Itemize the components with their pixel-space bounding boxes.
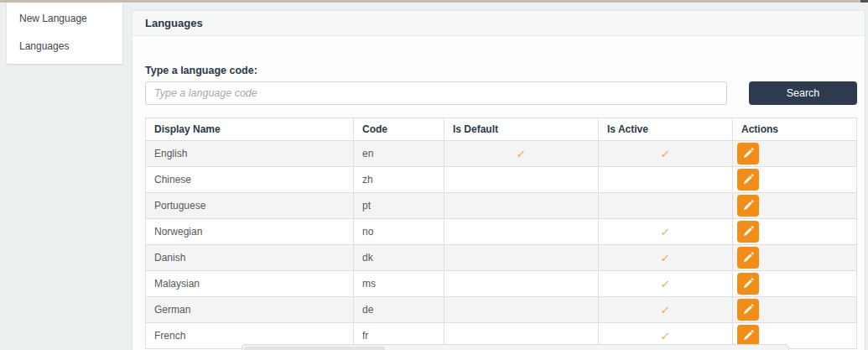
top-strip-end — [860, 0, 868, 3]
column-header-display-name: Display Name — [146, 118, 354, 141]
display-name-cell: Portuguese — [146, 193, 354, 219]
page-title: Languages — [145, 17, 203, 29]
pencil-icon — [742, 304, 754, 316]
sidebar-item-new-language[interactable]: New Language — [7, 10, 122, 27]
code-cell: en — [354, 141, 444, 167]
table-row: Norwegian no ✓ — [146, 219, 857, 245]
column-header-code: Code — [354, 118, 444, 141]
check-icon: ✓ — [660, 330, 671, 342]
pencil-icon — [742, 330, 754, 342]
is-active-cell: ✓ — [599, 271, 733, 297]
table-row: Malaysian ms ✓ — [146, 271, 857, 297]
is-active-cell — [599, 167, 733, 193]
table-row: German de ✓ — [146, 297, 857, 323]
check-icon: ✓ — [660, 252, 671, 264]
search-input[interactable] — [145, 81, 727, 105]
code-cell: no — [354, 219, 444, 245]
is-default-cell — [444, 245, 599, 271]
column-header-is-default: Is Default — [444, 118, 599, 141]
top-accent-strip — [0, 0, 868, 3]
is-default-cell: ✓ — [444, 141, 599, 167]
search-label: Type a language code: — [145, 65, 257, 76]
search-button[interactable]: Search — [749, 81, 857, 105]
actions-cell — [733, 141, 857, 167]
edit-button[interactable] — [737, 299, 759, 321]
languages-table: Display Name Code Is Default Is Active A… — [145, 118, 857, 349]
edit-button[interactable] — [737, 247, 759, 269]
edit-button[interactable] — [737, 169, 759, 191]
check-icon: ✓ — [660, 226, 671, 238]
actions-cell — [733, 167, 857, 193]
pencil-icon — [742, 226, 754, 238]
languages-panel: Languages Type a language code: Search D… — [132, 10, 865, 350]
actions-cell — [733, 297, 857, 323]
pencil-icon — [742, 174, 754, 185]
edit-button[interactable] — [737, 143, 759, 165]
table-row: Danish dk ✓ — [146, 245, 857, 271]
is-active-cell: ✓ — [599, 297, 733, 323]
pencil-icon — [742, 252, 754, 264]
is-default-cell — [444, 271, 599, 297]
display-name-cell: German — [146, 297, 354, 323]
is-active-cell: ✓ — [599, 219, 733, 245]
code-cell: pt — [354, 193, 444, 219]
code-cell: de — [354, 297, 444, 323]
table-header-row: Display Name Code Is Default Is Active A… — [146, 118, 857, 141]
is-active-cell: ✓ — [599, 245, 733, 271]
code-cell: ms — [354, 271, 444, 297]
table-row: Chinese zh — [146, 167, 857, 193]
display-name-cell: Danish — [146, 245, 354, 271]
is-default-cell — [444, 167, 599, 193]
is-default-cell — [444, 193, 599, 219]
panel-header: Languages — [133, 11, 865, 36]
column-header-actions: Actions — [733, 118, 857, 141]
edit-button[interactable] — [737, 273, 759, 295]
scrollbar-thumb[interactable] — [244, 347, 385, 350]
table-row: Portuguese pt — [146, 193, 857, 219]
code-cell: zh — [354, 167, 444, 193]
edit-button[interactable] — [737, 195, 759, 217]
is-default-cell — [444, 219, 599, 245]
actions-cell — [733, 271, 857, 297]
check-icon: ✓ — [660, 304, 671, 316]
display-name-cell: Chinese — [146, 167, 354, 193]
code-cell: dk — [354, 245, 444, 271]
check-icon: ✓ — [516, 148, 527, 160]
table-row: English en ✓ ✓ — [146, 141, 857, 167]
column-header-is-active: Is Active — [599, 118, 733, 141]
pencil-icon — [742, 148, 754, 159]
check-icon: ✓ — [660, 278, 671, 290]
display-name-cell: Malaysian — [146, 271, 354, 297]
display-name-cell: English — [146, 141, 354, 167]
horizontal-scrollbar[interactable] — [242, 344, 789, 350]
edit-button[interactable] — [737, 221, 759, 243]
sidebar-item-languages[interactable]: Languages — [7, 38, 122, 55]
is-active-cell — [599, 193, 733, 219]
pencil-icon — [742, 278, 754, 290]
pencil-icon — [742, 200, 754, 212]
is-default-cell — [444, 297, 599, 323]
sidebar: New Language Languages — [7, 3, 122, 64]
check-icon: ✓ — [660, 148, 671, 160]
actions-cell — [733, 219, 857, 245]
display-name-cell: Norwegian — [146, 219, 354, 245]
is-active-cell: ✓ — [599, 141, 733, 167]
actions-cell — [733, 193, 857, 219]
actions-cell — [733, 245, 857, 271]
